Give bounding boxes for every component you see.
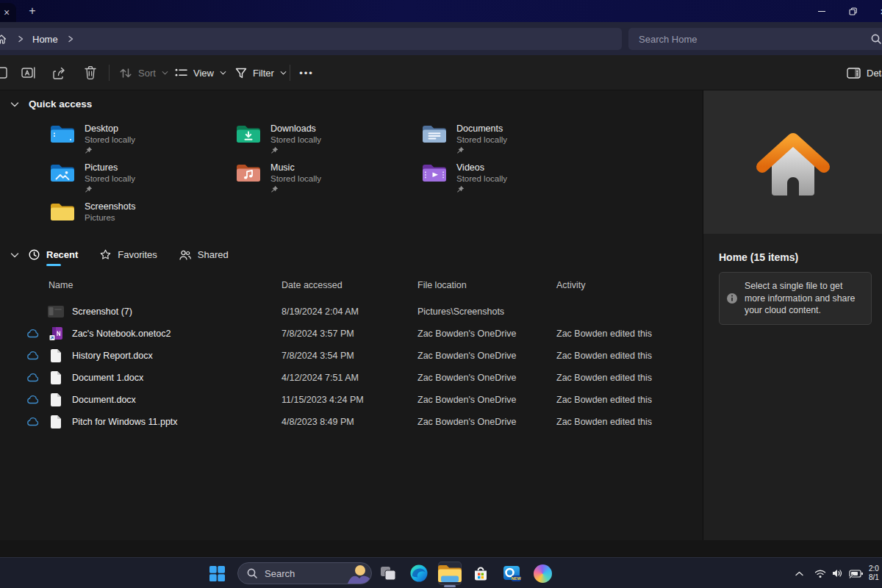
cloud-status-icon bbox=[26, 351, 41, 360]
file-date: 7/8/2024 3:57 PM bbox=[282, 329, 417, 339]
store-button[interactable] bbox=[469, 562, 492, 585]
taskbar-search[interactable]: Search bbox=[237, 562, 372, 584]
file-row[interactable]: Screenshot (7) 8/19/2024 2:04 AM Picture… bbox=[26, 301, 691, 323]
file-activity: Zac Bowden edited this bbox=[556, 417, 691, 427]
edge-button[interactable] bbox=[407, 562, 431, 585]
rename-button[interactable] bbox=[19, 63, 38, 82]
taskbar-clock[interactable]: 2:0 8/1 bbox=[869, 564, 882, 582]
search-box[interactable] bbox=[628, 28, 882, 50]
star-icon bbox=[100, 249, 111, 260]
new-tab-button[interactable]: + bbox=[26, 4, 39, 18]
chevron-right-icon[interactable] bbox=[18, 35, 24, 43]
view-dropdown[interactable]: View bbox=[175, 63, 226, 82]
file-onenote-icon bbox=[47, 326, 65, 341]
quick-access-item[interactable]: Music Stored locally bbox=[236, 159, 422, 198]
chevron-down-icon[interactable] bbox=[10, 101, 19, 107]
task-view-icon bbox=[379, 564, 397, 582]
file-explorer-button[interactable] bbox=[438, 562, 462, 585]
folder-subtitle: Stored locally bbox=[85, 174, 135, 183]
windows-start-icon bbox=[209, 566, 225, 581]
column-header-name[interactable]: Name bbox=[26, 280, 282, 290]
cloud-status-icon bbox=[26, 395, 41, 404]
chevron-right-icon[interactable] bbox=[68, 35, 74, 43]
outlook-button[interactable]: NEW bbox=[500, 562, 523, 585]
quick-access-item[interactable]: Downloads Stored locally bbox=[236, 120, 422, 159]
search-input[interactable] bbox=[628, 28, 882, 50]
task-view-button[interactable] bbox=[376, 562, 400, 585]
file-row[interactable]: History Report.docx 7/8/2024 3:54 PM Zac… bbox=[26, 345, 691, 367]
explorer-tab[interactable]: × bbox=[0, 3, 16, 22]
column-header-activity[interactable]: Activity bbox=[556, 280, 691, 290]
folder-videos-icon bbox=[422, 162, 447, 183]
file-row[interactable]: Document.docx 11/15/2023 4:24 PM Zac Bow… bbox=[26, 389, 691, 411]
see-more-button[interactable]: ••• bbox=[295, 63, 318, 82]
delete-button[interactable] bbox=[81, 63, 100, 82]
pin-icon bbox=[270, 185, 321, 193]
quick-access-item[interactable]: Documents Stored locally bbox=[422, 120, 608, 159]
pivot-tabs: Recent Favorites Shared bbox=[29, 249, 251, 260]
tab-close-icon[interactable]: × bbox=[0, 6, 13, 19]
details-panel-icon bbox=[847, 68, 861, 79]
cloud-status-icon bbox=[26, 417, 41, 426]
maximize-button[interactable] bbox=[837, 0, 868, 22]
restore-icon bbox=[849, 7, 857, 15]
file-location: Zac Bowden's OneDrive bbox=[417, 373, 556, 383]
recent-section-header: Recent Favorites Shared bbox=[10, 249, 251, 260]
file-date: 11/15/2023 4:24 PM bbox=[282, 395, 417, 405]
column-header-date[interactable]: Date accessed bbox=[282, 280, 417, 290]
folder-name: Pictures bbox=[85, 162, 135, 173]
folder-subtitle: Stored locally bbox=[456, 135, 507, 144]
tab-shared[interactable]: Shared bbox=[179, 249, 229, 260]
pin-icon bbox=[456, 146, 507, 154]
tray-expand-button[interactable] bbox=[795, 558, 803, 588]
details-view-toggle[interactable]: Details bbox=[847, 63, 882, 82]
file-row[interactable]: Pitch for Windows 11.pptx 4/8/2023 8:49 … bbox=[26, 411, 691, 433]
minimize-button[interactable] bbox=[806, 0, 837, 22]
clipped-toolbar-icon[interactable] bbox=[0, 63, 9, 82]
home-icon bbox=[0, 34, 7, 44]
pin-icon bbox=[85, 185, 135, 193]
view-icon bbox=[175, 68, 187, 78]
filter-dropdown[interactable]: Filter bbox=[235, 63, 287, 82]
file-location: Zac Bowden's OneDrive bbox=[417, 395, 556, 405]
wifi-tray-icon[interactable] bbox=[814, 558, 826, 588]
sort-dropdown[interactable]: Sort bbox=[119, 63, 168, 82]
tab-recent[interactable]: Recent bbox=[29, 249, 78, 260]
quick-access-item[interactable]: Screenshots Pictures bbox=[50, 198, 236, 237]
file-date: 4/8/2023 8:49 PM bbox=[282, 417, 417, 427]
file-location: Zac Bowden's OneDrive bbox=[417, 351, 556, 361]
pin-icon bbox=[85, 146, 135, 154]
breadcrumb-segment-home[interactable]: Home bbox=[32, 34, 58, 45]
copilot-button[interactable] bbox=[531, 562, 554, 585]
battery-tray-icon[interactable] bbox=[849, 558, 864, 588]
start-button[interactable] bbox=[205, 562, 229, 585]
tab-bar: × + × bbox=[0, 0, 882, 22]
file-row[interactable]: Zac's Notebook.onetoc2 7/8/2024 3:57 PM … bbox=[26, 323, 691, 345]
address-bar: Home bbox=[0, 22, 882, 55]
file-row[interactable]: Document 1.docx 4/12/2024 7:51 AM Zac Bo… bbox=[26, 367, 691, 389]
file-name: Pitch for Windows 11.pptx bbox=[72, 417, 178, 427]
quick-access-item[interactable]: Desktop Stored locally bbox=[50, 120, 236, 159]
chevron-down-icon[interactable] bbox=[10, 252, 19, 258]
share-button[interactable] bbox=[50, 63, 69, 82]
folder-name: Downloads bbox=[270, 123, 321, 134]
quick-access-item[interactable]: Pictures Stored locally bbox=[50, 159, 236, 198]
file-doc-icon bbox=[47, 392, 65, 407]
toolbar-separator bbox=[109, 65, 110, 81]
quick-access-item[interactable]: Videos Stored locally bbox=[422, 159, 608, 198]
folder-subtitle: Stored locally bbox=[456, 174, 507, 183]
file-location: Zac Bowden's OneDrive bbox=[417, 329, 556, 339]
outlook-icon: NEW bbox=[503, 564, 521, 582]
quick-access-header[interactable]: Quick access bbox=[10, 98, 92, 110]
file-name: Document.docx bbox=[72, 395, 136, 405]
active-app-indicator bbox=[444, 585, 456, 587]
close-button[interactable]: × bbox=[868, 0, 882, 22]
breadcrumb[interactable]: Home bbox=[0, 28, 622, 50]
volume-tray-icon[interactable] bbox=[832, 558, 843, 588]
wifi-icon bbox=[814, 569, 826, 578]
column-header-location[interactable]: File location bbox=[417, 280, 556, 290]
thumb-screenshot-icon bbox=[47, 306, 65, 318]
folder-name: Desktop bbox=[85, 123, 135, 134]
tab-favorites[interactable]: Favorites bbox=[100, 249, 157, 260]
pin-icon bbox=[456, 185, 507, 193]
